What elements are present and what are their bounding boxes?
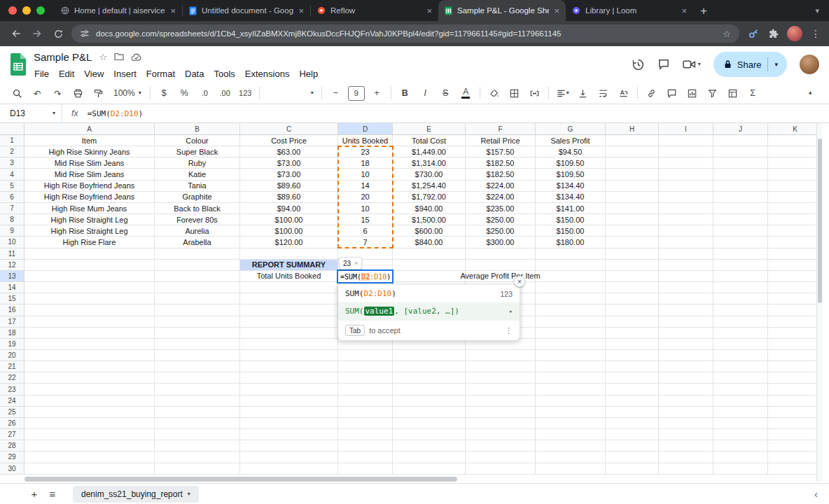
cell-J1[interactable]	[713, 135, 768, 146]
italic-button[interactable]: I	[415, 85, 436, 102]
window-zoom-button[interactable]	[36, 6, 45, 15]
cell-C3[interactable]: $73.00	[240, 158, 338, 169]
cell-J25[interactable]	[713, 407, 768, 418]
row-header-4[interactable]: 4	[0, 169, 25, 180]
close-icon[interactable]: ×	[354, 260, 358, 267]
cell-J9[interactable]	[713, 225, 768, 237]
cell-E22[interactable]	[393, 372, 466, 384]
cell-G28[interactable]	[536, 440, 606, 451]
cell-D10[interactable]: 7	[338, 237, 393, 248]
print-button[interactable]	[68, 85, 88, 102]
cell-B14[interactable]	[155, 282, 240, 293]
cell-B9[interactable]: Aurelia	[155, 225, 240, 237]
cell-B22[interactable]	[155, 372, 240, 384]
scroll-tabs-left-icon[interactable]: ‹	[814, 488, 818, 500]
cell-A10[interactable]: High Rise Flare	[25, 237, 155, 248]
cell-A18[interactable]	[25, 328, 155, 339]
cell-D27[interactable]	[338, 429, 393, 440]
cell-C21[interactable]	[240, 361, 338, 372]
cell-G29[interactable]	[536, 451, 606, 463]
cell-I5[interactable]	[659, 181, 713, 192]
cell-A26[interactable]	[25, 418, 155, 429]
cell-C17[interactable]	[240, 316, 338, 328]
horizontal-scrollbar-thumb[interactable]	[25, 477, 457, 482]
cell-K4[interactable]	[768, 169, 823, 180]
cell-G9[interactable]: $150.00	[536, 225, 606, 237]
cell-J7[interactable]	[713, 203, 768, 214]
cell-G24[interactable]	[536, 396, 606, 407]
cell-J24[interactable]	[713, 396, 768, 407]
cell-C11[interactable]	[240, 248, 338, 260]
column-header-C[interactable]: C	[240, 123, 338, 135]
cell-D21[interactable]	[338, 361, 393, 372]
row-header-29[interactable]: 29	[0, 451, 25, 463]
table-views-button[interactable]	[723, 85, 743, 102]
cell-D4[interactable]: 10	[338, 169, 393, 180]
cell-G17[interactable]	[536, 316, 606, 328]
cell-G1[interactable]: Sales Profit	[536, 135, 606, 146]
row-header-7[interactable]: 7	[0, 203, 25, 214]
cell-K27[interactable]	[768, 429, 823, 440]
cell-I7[interactable]	[659, 203, 713, 214]
cell-E9[interactable]: $600.00	[393, 225, 466, 237]
cell-J17[interactable]	[713, 316, 768, 328]
star-document-icon[interactable]: ☆	[99, 52, 107, 62]
cell-G30[interactable]	[536, 463, 606, 475]
cell-B2[interactable]: Super Black	[155, 146, 240, 158]
cell-J10[interactable]	[713, 237, 768, 248]
cell-A27[interactable]	[25, 429, 155, 440]
menu-view[interactable]: View	[79, 67, 109, 80]
row-header-30[interactable]: 30	[0, 463, 25, 475]
share-dropdown[interactable]: ▾	[768, 61, 784, 68]
row-header-28[interactable]: 28	[0, 440, 25, 451]
cell-A16[interactable]	[25, 304, 155, 316]
column-header-E[interactable]: E	[393, 123, 466, 135]
cell-K28[interactable]	[768, 440, 823, 451]
cell-A14[interactable]	[25, 282, 155, 293]
cell-K29[interactable]	[768, 451, 823, 463]
cell-editor[interactable]: =SUM(D2:D10)	[337, 270, 393, 284]
cell-A23[interactable]	[25, 384, 155, 395]
cell-I17[interactable]	[659, 316, 713, 328]
cell-F30[interactable]	[466, 463, 536, 475]
column-header-K[interactable]: K	[768, 123, 823, 135]
cell-A15[interactable]	[25, 293, 155, 304]
cell-H10[interactable]	[606, 237, 659, 248]
cell-H22[interactable]	[606, 372, 659, 384]
cell-K17[interactable]	[768, 316, 823, 328]
cell-K6[interactable]	[768, 192, 823, 203]
cell-I19[interactable]	[659, 339, 713, 350]
cell-I11[interactable]	[659, 248, 713, 260]
cell-B7[interactable]: Back to Black	[155, 203, 240, 214]
window-close-button[interactable]	[8, 6, 17, 15]
active-sheet-tab[interactable]: denim_ss21_buying_report ▾	[73, 486, 199, 503]
cell-B15[interactable]	[155, 293, 240, 304]
cell-H26[interactable]	[606, 418, 659, 429]
vertical-scrollbar-track[interactable]	[816, 123, 823, 482]
browser-tab-home[interactable]: Home | default | aiservice-pr... ×	[55, 0, 182, 21]
cell-H25[interactable]	[606, 407, 659, 418]
add-sheet-button[interactable]: +	[25, 485, 43, 503]
cell-K23[interactable]	[768, 384, 823, 395]
cell-A12[interactable]	[25, 260, 155, 271]
extensions-puzzle-icon[interactable]	[767, 28, 779, 39]
cell-K20[interactable]	[768, 350, 823, 361]
column-header-I[interactable]: I	[659, 123, 713, 135]
cell-K16[interactable]	[768, 304, 823, 316]
cell-G25[interactable]	[536, 407, 606, 418]
cell-C9[interactable]: $100.00	[240, 225, 338, 237]
cell-J14[interactable]	[713, 282, 768, 293]
cell-G10[interactable]: $180.00	[536, 237, 606, 248]
font-size-input[interactable]: 9	[348, 86, 365, 101]
cell-C4[interactable]: $73.00	[240, 169, 338, 180]
cell-B8[interactable]: Forever 80s	[155, 214, 240, 225]
cell-H1[interactable]	[606, 135, 659, 146]
bookmark-star-icon[interactable]: ☆	[723, 29, 731, 39]
cell-J30[interactable]	[713, 463, 768, 475]
cell-E3[interactable]: $1,314.00	[393, 158, 466, 169]
function-signature-row[interactable]: SUM(value1, [value2, …]) ▾	[338, 302, 520, 320]
cell-I12[interactable]	[659, 260, 713, 271]
cell-E12[interactable]	[393, 260, 466, 271]
cell-J16[interactable]	[713, 304, 768, 316]
cell-F21[interactable]	[466, 361, 536, 372]
